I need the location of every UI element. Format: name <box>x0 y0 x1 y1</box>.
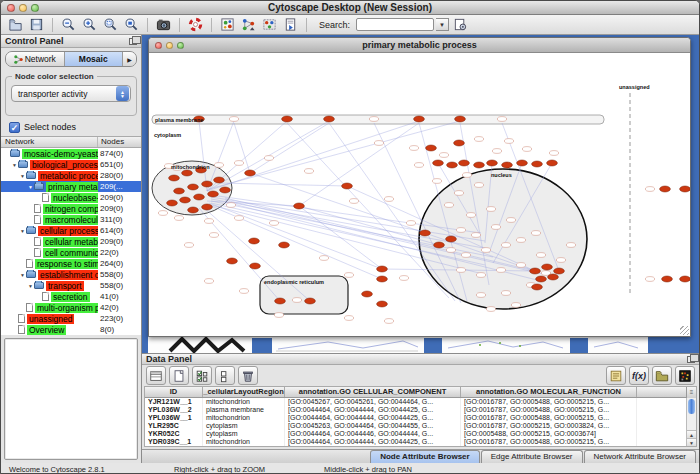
network-node[interactable] <box>245 170 256 176</box>
tree-row[interactable]: ▼primary metabo209(... <box>1 181 141 192</box>
network-node[interactable] <box>188 184 199 190</box>
network-node-label[interactable] <box>511 303 520 308</box>
search-input[interactable] <box>356 18 434 31</box>
network-node-label[interactable] <box>476 293 485 298</box>
network-node-label[interactable] <box>497 117 506 122</box>
network-node[interactable] <box>342 183 353 189</box>
column-header[interactable]: _cellularLayoutRegion <box>203 387 285 397</box>
network-node-label[interactable] <box>344 316 353 321</box>
zoom-selected-button[interactable] <box>122 16 141 34</box>
network-node[interactable] <box>446 236 457 242</box>
select-all-attributes-button[interactable] <box>192 366 212 385</box>
network-node[interactable] <box>662 276 673 282</box>
network-node-label[interactable] <box>204 219 213 224</box>
network-node-label[interactable] <box>229 117 238 122</box>
snapshot-button[interactable] <box>154 16 173 34</box>
network-node[interactable] <box>680 276 690 282</box>
network-node[interactable] <box>536 276 547 282</box>
network-node-label[interactable] <box>384 319 393 324</box>
network-node[interactable] <box>434 242 445 248</box>
expand-arrow-icon[interactable]: ▼ <box>27 184 34 190</box>
network-node-label[interactable] <box>374 141 383 146</box>
network-node-label[interactable] <box>516 238 525 243</box>
expand-arrow-icon[interactable]: ▼ <box>11 162 18 168</box>
network-node[interactable] <box>194 194 205 200</box>
tree-row[interactable]: ▼transport558(0) <box>1 280 141 291</box>
column-header[interactable]: annotation.GO MOLECULAR_FUNCTION <box>461 387 637 397</box>
network-node[interactable] <box>433 160 444 166</box>
node-appearance-button[interactable] <box>218 16 237 34</box>
network-node-label[interactable] <box>158 211 167 216</box>
tree-row[interactable]: ▼metabolic process280(0) <box>1 170 141 181</box>
network-node[interactable] <box>532 284 543 290</box>
network-node-label[interactable] <box>496 268 505 273</box>
network-node[interactable] <box>202 181 213 187</box>
network-node[interactable] <box>660 186 671 192</box>
tree-row[interactable]: cell communicat22(0) <box>1 247 141 258</box>
network-node-label[interactable] <box>174 216 183 221</box>
tree-row[interactable]: mosaic-demo-yeast874(0) <box>1 148 141 159</box>
network-node-label[interactable] <box>556 258 565 263</box>
network-node[interactable] <box>530 268 541 274</box>
network-node[interactable] <box>202 204 213 210</box>
tree-row[interactable]: ▼cellular process614(0) <box>1 225 141 236</box>
search-dropdown-arrow-icon[interactable]: ▼ <box>436 18 449 31</box>
tree-row[interactable]: Overview8(0) <box>1 324 141 335</box>
network-node-label[interactable] <box>304 169 313 174</box>
network-node[interactable] <box>377 266 388 272</box>
tree-row[interactable]: ▼establishment of lo558(0) <box>1 269 141 280</box>
network-node-label[interactable] <box>474 183 483 188</box>
network-node-label[interactable] <box>506 218 515 223</box>
network-node[interactable] <box>169 175 180 181</box>
network-node[interactable] <box>532 161 543 167</box>
network-node-label[interactable] <box>454 191 463 196</box>
import-attributes-button[interactable] <box>652 366 672 385</box>
network-node-label[interactable] <box>471 233 480 238</box>
save-session-button[interactable] <box>27 16 46 34</box>
birds-eye-view[interactable] <box>4 338 138 460</box>
network-node[interactable] <box>294 203 305 209</box>
network-node-label[interactable] <box>522 147 531 152</box>
unselect-all-attributes-button[interactable] <box>215 366 235 385</box>
create-attribute-button[interactable] <box>169 366 189 385</box>
network-node[interactable] <box>414 116 425 122</box>
expand-arrow-icon[interactable]: ▼ <box>19 272 26 278</box>
network-node-label[interactable] <box>501 291 510 296</box>
function-builder-button[interactable]: f(x) <box>629 366 649 385</box>
network-node[interactable] <box>459 160 470 166</box>
scroll-down-icon[interactable]: ▼ <box>687 438 696 446</box>
network-node-label[interactable] <box>409 146 418 151</box>
network-node[interactable] <box>517 160 528 166</box>
network-node[interactable] <box>554 268 565 274</box>
network-node[interactable] <box>487 160 498 166</box>
network-canvas[interactable]: plasma membranecytoplasmmitochondrionnuc… <box>149 53 690 336</box>
network-node-label[interactable] <box>432 179 441 184</box>
delete-attribute-button[interactable] <box>238 366 258 385</box>
network-node-label[interactable] <box>466 213 475 218</box>
network-node[interactable] <box>182 170 193 176</box>
network-node-label[interactable] <box>239 289 248 294</box>
network-node[interactable] <box>455 116 466 122</box>
tree-row[interactable]: multi-organism pro42(0) <box>1 302 141 313</box>
network-node[interactable] <box>282 116 293 122</box>
network-node-label[interactable] <box>214 163 223 168</box>
network-node[interactable] <box>377 301 388 307</box>
network-node[interactable] <box>547 160 558 166</box>
network-node-label[interactable] <box>446 248 455 253</box>
tab-mosaic[interactable]: Mosaic <box>65 52 124 66</box>
select-attributes-button[interactable] <box>146 366 166 385</box>
network-node-label[interactable] <box>476 273 485 278</box>
expand-arrow-icon[interactable]: ▼ <box>27 283 34 289</box>
network-node-label[interactable] <box>645 187 654 192</box>
network-node-label[interactable] <box>444 203 453 208</box>
network-node[interactable] <box>249 238 260 244</box>
network-node-label[interactable] <box>226 203 235 208</box>
network-node[interactable] <box>447 162 458 168</box>
search-settings-button[interactable] <box>451 16 470 34</box>
column-header[interactable]: ID <box>145 387 203 397</box>
network-node-label[interactable] <box>481 248 490 253</box>
select-nodes-checkbox[interactable]: ✓ <box>9 122 20 133</box>
table-row[interactable]: YJR121W__1mitochondrion[GO:0045267, GO:0… <box>145 398 696 406</box>
network-node-label[interactable] <box>349 199 358 204</box>
network-node-label[interactable] <box>474 137 483 142</box>
